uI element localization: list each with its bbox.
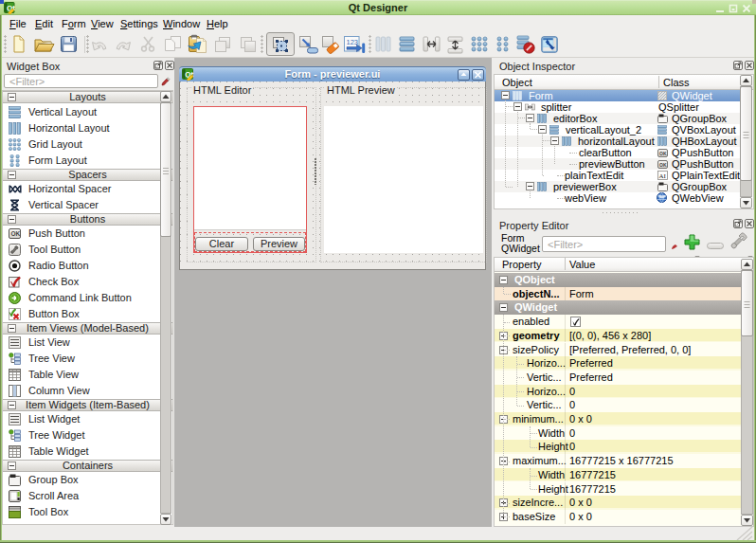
- svg-text:OK: OK: [11, 230, 21, 237]
- svg-text:AI: AI: [659, 172, 667, 180]
- svg-text:123: 123: [347, 38, 359, 46]
- svg-text:OK: OK: [659, 162, 667, 168]
- svg-text:OK: OK: [659, 151, 667, 156]
